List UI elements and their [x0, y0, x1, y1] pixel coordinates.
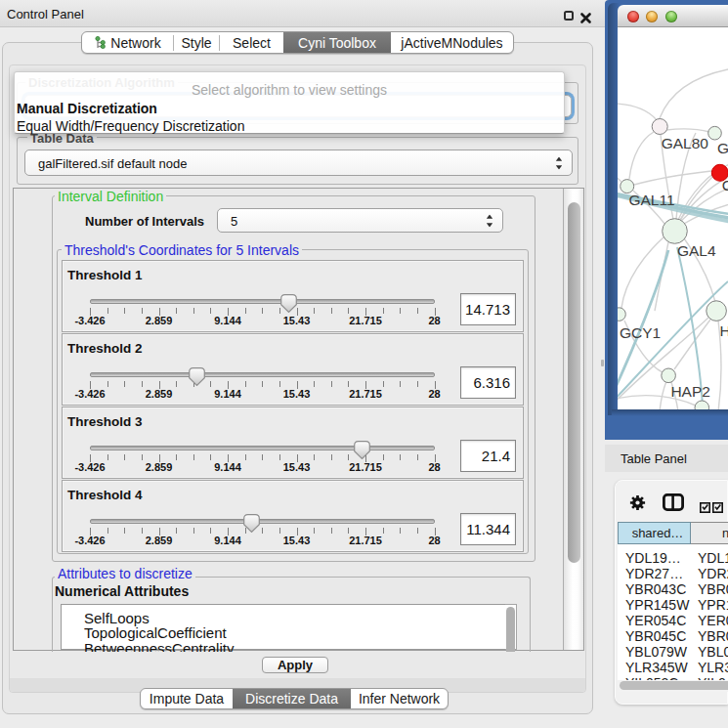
- svg-text:C: C: [722, 177, 728, 193]
- svg-text:GA: GA: [717, 140, 728, 156]
- svg-text:GAL11: GAL11: [628, 192, 674, 208]
- svg-text:GAL80: GAL80: [662, 135, 709, 151]
- svg-text:HAP2: HAP2: [670, 383, 710, 400]
- svg-text:GCY1: GCY1: [620, 324, 661, 341]
- svg-text:GAL4: GAL4: [677, 242, 716, 259]
- svg-text:H: H: [720, 322, 728, 339]
